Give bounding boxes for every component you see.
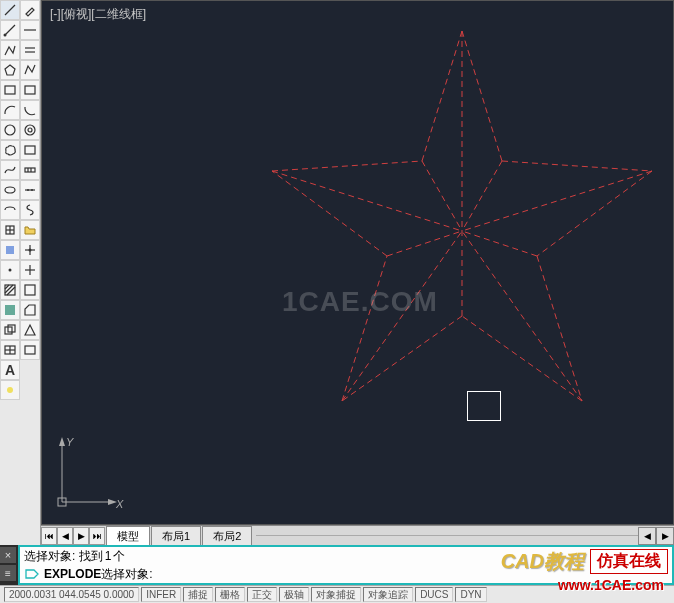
tool-boundary[interactable] (20, 300, 40, 320)
tool-polygon[interactable] (0, 60, 20, 80)
layout-tabbar: ⏮ ◀ ▶ ⏭ 模型 布局1 布局2 ◀ ▶ (41, 525, 674, 545)
tool-revcloud[interactable] (0, 140, 20, 160)
tool-region2[interactable] (0, 320, 20, 340)
svg-line-48 (462, 316, 582, 401)
tool-arc[interactable] (0, 100, 20, 120)
drawing-canvas[interactable]: [-][俯视][二维线框] (41, 0, 674, 525)
url-watermark: www.1CAE.com (558, 577, 664, 593)
tool-3dpoly[interactable] (20, 60, 40, 80)
svg-line-44 (462, 31, 502, 161)
status-infer[interactable]: INFER (141, 587, 181, 602)
svg-rect-7 (5, 86, 15, 94)
svg-point-18 (27, 189, 29, 191)
tool-rectangle[interactable] (0, 80, 20, 100)
svg-line-46 (537, 171, 652, 256)
status-coords: 2000.0031 044.0545 0.0000 (4, 587, 139, 602)
status-osnap[interactable]: 对象捕捉 (311, 587, 361, 602)
tool-hatch[interactable] (0, 280, 20, 300)
tool-pline[interactable] (0, 40, 20, 60)
svg-point-9 (5, 125, 15, 135)
svg-rect-8 (25, 86, 35, 94)
tool-spline[interactable] (0, 160, 20, 180)
svg-line-53 (422, 31, 462, 161)
tool-cross[interactable] (20, 260, 40, 280)
svg-line-47 (537, 256, 582, 401)
tool-box[interactable] (20, 80, 40, 100)
tool-helix[interactable] (20, 200, 40, 220)
svg-line-45 (502, 161, 652, 171)
svg-line-0 (5, 5, 15, 15)
hscroll-right[interactable]: ▶ (656, 527, 674, 545)
watermark-text: 1CAE.COM (282, 286, 438, 318)
svg-point-43 (7, 387, 13, 393)
cmd-handle-icon: ≡ (0, 565, 16, 581)
tab-first-button[interactable]: ⏮ (41, 527, 57, 545)
tool-ellarc[interactable] (0, 200, 20, 220)
svg-line-56 (462, 231, 582, 401)
draw-toolbar: A (0, 0, 41, 545)
tool-text2[interactable] (20, 340, 40, 360)
svg-line-52 (272, 161, 422, 171)
tool-rect2[interactable] (20, 140, 40, 160)
status-ortho[interactable]: 正交 (247, 587, 277, 602)
tool-region[interactable] (20, 280, 40, 300)
svg-rect-30 (5, 285, 15, 295)
tool-gradient[interactable] (0, 300, 20, 320)
svg-rect-12 (25, 146, 35, 154)
tool-brush[interactable] (20, 0, 40, 20)
tool-donut[interactable] (20, 120, 40, 140)
tool-table[interactable] (0, 340, 20, 360)
tool-line[interactable] (0, 0, 20, 20)
status-grid[interactable]: 栅格 (215, 587, 245, 602)
tool-block[interactable] (0, 240, 20, 260)
tool-divide[interactable] (20, 180, 40, 200)
tool-text[interactable]: A (0, 360, 20, 380)
svg-point-19 (31, 189, 33, 191)
tool-ray[interactable] (0, 20, 20, 40)
tab-model[interactable]: 模型 (106, 526, 150, 546)
tool-point-icon[interactable] (20, 240, 40, 260)
tab-next-button[interactable]: ▶ (73, 527, 89, 545)
svg-line-50 (342, 256, 387, 401)
svg-text:Y: Y (66, 436, 74, 448)
tool-folder[interactable] (20, 220, 40, 240)
tool-wipeout[interactable] (20, 320, 40, 340)
svg-rect-23 (6, 246, 14, 254)
tab-layout2[interactable]: 布局2 (202, 526, 252, 546)
tool-point[interactable] (0, 260, 20, 280)
svg-rect-34 (25, 285, 35, 295)
viewport-label: [-][俯视][二维线框] (50, 6, 146, 23)
svg-point-16 (5, 187, 15, 193)
pick-cursor (467, 391, 501, 421)
tab-prev-button[interactable]: ◀ (57, 527, 73, 545)
svg-marker-38 (25, 325, 35, 335)
tool-light[interactable] (0, 380, 20, 400)
tool-xline[interactable] (20, 20, 40, 40)
tool-mline[interactable] (20, 40, 40, 60)
sim-badge-text: 仿真在线 (590, 549, 668, 574)
svg-point-10 (25, 125, 35, 135)
tab-layout1[interactable]: 布局1 (151, 526, 201, 546)
status-otrack[interactable]: 对象追踪 (363, 587, 413, 602)
svg-line-33 (7, 287, 15, 295)
hscroll-left[interactable]: ◀ (638, 527, 656, 545)
cmd-close-button[interactable]: × (0, 547, 16, 563)
tab-last-button[interactable]: ⏭ (89, 527, 105, 545)
tool-measure[interactable] (20, 160, 40, 180)
command-prompt-text: 选择对象: (101, 566, 152, 583)
svg-point-26 (29, 249, 32, 252)
status-dyn[interactable]: DYN (455, 587, 486, 602)
status-snap[interactable]: 捕捉 (183, 587, 213, 602)
svg-point-11 (28, 128, 32, 132)
tool-circle[interactable] (0, 120, 20, 140)
star-drawing (242, 21, 674, 421)
svg-marker-65 (59, 437, 65, 446)
tool-insert[interactable] (0, 220, 20, 240)
tool-arc2[interactable] (20, 100, 40, 120)
status-ducs[interactable]: DUCS (415, 587, 453, 602)
svg-point-2 (4, 34, 7, 37)
cad-logo-text: CAD教程 (501, 548, 584, 575)
status-polar[interactable]: 极轴 (279, 587, 309, 602)
tool-ellipse[interactable] (0, 180, 20, 200)
svg-rect-42 (25, 346, 35, 354)
